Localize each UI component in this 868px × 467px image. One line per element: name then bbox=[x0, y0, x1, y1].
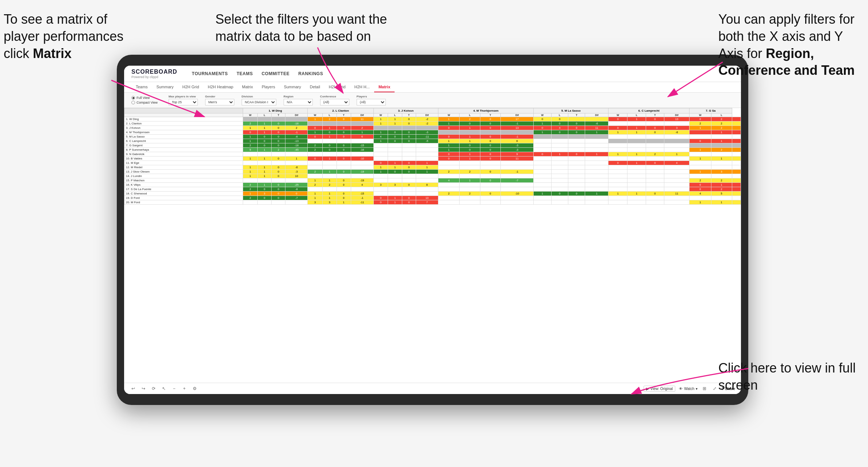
player-name-cell: 13. J Skov Olesen bbox=[124, 170, 243, 174]
tab-h2h-h[interactable]: H2H H... bbox=[350, 82, 374, 92]
data-cell: 0 bbox=[272, 143, 285, 148]
data-cell bbox=[732, 161, 741, 165]
watch-btn[interactable]: 👁 Watch ▾ bbox=[679, 387, 698, 391]
data-cell: 0 bbox=[272, 196, 285, 200]
table-row: 6. C Lamprecht100-13100-5110601 bbox=[124, 139, 741, 143]
redo-icon[interactable]: ↪ bbox=[140, 385, 147, 392]
sh-w4: W bbox=[438, 113, 460, 117]
data-cell: 0 bbox=[402, 135, 416, 139]
annotation-bottomright: Click here to view in full screen bbox=[718, 360, 857, 394]
data-cell: 0 bbox=[322, 143, 337, 148]
data-cell bbox=[257, 178, 271, 183]
data-cell bbox=[402, 126, 416, 130]
tab-h2h-grid[interactable]: H2H Grid bbox=[178, 82, 203, 92]
data-cell bbox=[501, 183, 534, 187]
filter-max-select[interactable]: Top 25 bbox=[169, 99, 198, 105]
nav-rankings[interactable]: RANKINGS bbox=[298, 70, 323, 77]
data-cell: 1 bbox=[585, 130, 608, 135]
refresh-icon[interactable]: ⟳ bbox=[150, 385, 157, 392]
data-cell bbox=[627, 183, 646, 187]
data-cell: 11 bbox=[664, 192, 689, 196]
data-cell: 11 bbox=[351, 117, 373, 121]
toolbar-left: ↩ ↪ ⟳ ↖ − + ⚙ bbox=[130, 385, 198, 392]
filter-region-select[interactable]: N/A bbox=[284, 99, 313, 105]
tab-players[interactable]: Players bbox=[257, 82, 280, 92]
filter-players-select[interactable]: (All) bbox=[357, 99, 386, 105]
data-cell bbox=[585, 139, 608, 143]
data-cell: 6 bbox=[351, 135, 373, 139]
data-cell: 0 bbox=[285, 192, 308, 196]
sh-l6: L bbox=[627, 113, 646, 117]
data-cell bbox=[501, 196, 534, 200]
tab-h2h-heatmap[interactable]: H2H Heatmap bbox=[203, 82, 238, 92]
data-cell bbox=[627, 174, 646, 178]
data-cell bbox=[646, 183, 664, 187]
data-cell bbox=[460, 200, 480, 205]
data-cell: 17 bbox=[501, 117, 534, 121]
tab-summary2[interactable]: Summary bbox=[280, 82, 306, 92]
data-cell: 1 bbox=[711, 139, 732, 143]
data-cell: 0 bbox=[402, 165, 416, 170]
data-cell bbox=[480, 183, 500, 187]
data-cell bbox=[568, 148, 585, 152]
cursor-icon[interactable]: ↖ bbox=[161, 385, 167, 392]
data-cell bbox=[646, 135, 664, 139]
fullscreen-icon[interactable]: ⤢ bbox=[711, 385, 718, 392]
tab-matrix[interactable]: Matrix bbox=[238, 82, 257, 92]
compact-view-radio[interactable] bbox=[131, 101, 135, 104]
compact-view-option[interactable]: Compact View bbox=[131, 101, 158, 104]
sh-t3: T bbox=[402, 113, 416, 117]
data-cell bbox=[322, 187, 337, 192]
tab-detail[interactable]: Detail bbox=[306, 82, 324, 92]
data-cell: 0 bbox=[308, 135, 322, 139]
tab-teams[interactable]: Teams bbox=[131, 82, 152, 92]
data-cell: -6 bbox=[285, 135, 308, 139]
nav-tournaments[interactable]: TOURNAMENTS bbox=[192, 70, 228, 77]
data-cell: 0 bbox=[337, 126, 351, 130]
data-cell bbox=[480, 161, 500, 165]
data-cell: 1 bbox=[627, 117, 646, 121]
tablet-screen: SCOREBOARD Powered by clippd TOURNAMENTS… bbox=[124, 66, 741, 394]
data-cell: 1 bbox=[608, 130, 627, 135]
zoom-out-icon[interactable]: − bbox=[171, 385, 177, 392]
filter-region: Region N/A bbox=[284, 95, 313, 105]
data-cell bbox=[732, 148, 741, 152]
screen-icon[interactable]: ⊞ bbox=[701, 385, 708, 392]
data-cell: 1 bbox=[285, 157, 308, 161]
data-cell bbox=[257, 200, 271, 205]
matrix-content-area: 1. W Ding 2. L Clanton 3. J Koivun 4. M … bbox=[124, 108, 741, 383]
tab-summary[interactable]: Summary bbox=[152, 82, 178, 92]
data-cell bbox=[551, 139, 568, 143]
data-cell bbox=[585, 165, 608, 170]
settings-icon[interactable]: ⚙ bbox=[191, 385, 198, 392]
view-original-btn[interactable]: ▶ View: Original bbox=[644, 386, 676, 392]
full-view-radio[interactable] bbox=[131, 96, 135, 100]
data-cell: 0 bbox=[373, 161, 388, 165]
data-cell: 2 bbox=[460, 117, 480, 121]
filter-division-select[interactable]: NCAA Division I bbox=[242, 99, 276, 105]
data-cell: 2 bbox=[322, 183, 337, 187]
data-cell bbox=[460, 130, 480, 135]
data-cell bbox=[627, 157, 646, 161]
data-cell bbox=[322, 152, 337, 157]
full-view-option[interactable]: Full View bbox=[131, 96, 158, 100]
filter-division-label: Division bbox=[242, 95, 276, 98]
data-cell bbox=[608, 170, 627, 174]
data-cell bbox=[585, 187, 608, 192]
data-cell: 0 bbox=[272, 130, 285, 135]
data-cell: 2 bbox=[308, 170, 322, 174]
filter-conference-select[interactable]: (All) bbox=[320, 99, 349, 105]
nav-committee[interactable]: COMMITTEE bbox=[262, 70, 290, 77]
data-cell bbox=[322, 161, 337, 165]
tab-h2h-grid2[interactable]: H2H Grid bbox=[324, 82, 350, 92]
data-cell bbox=[402, 148, 416, 152]
data-cell: -15 bbox=[351, 192, 373, 196]
filter-gender-select[interactable]: Men's bbox=[205, 99, 234, 105]
undo-icon[interactable]: ↩ bbox=[130, 385, 137, 392]
data-cell: 1 bbox=[257, 148, 271, 152]
zoom-in-icon[interactable]: + bbox=[181, 385, 188, 392]
sh-l3: L bbox=[388, 113, 402, 117]
data-cell: 1 bbox=[690, 200, 711, 205]
tab-matrix-active[interactable]: Matrix bbox=[374, 82, 395, 92]
nav-teams[interactable]: TEAMS bbox=[237, 70, 253, 77]
